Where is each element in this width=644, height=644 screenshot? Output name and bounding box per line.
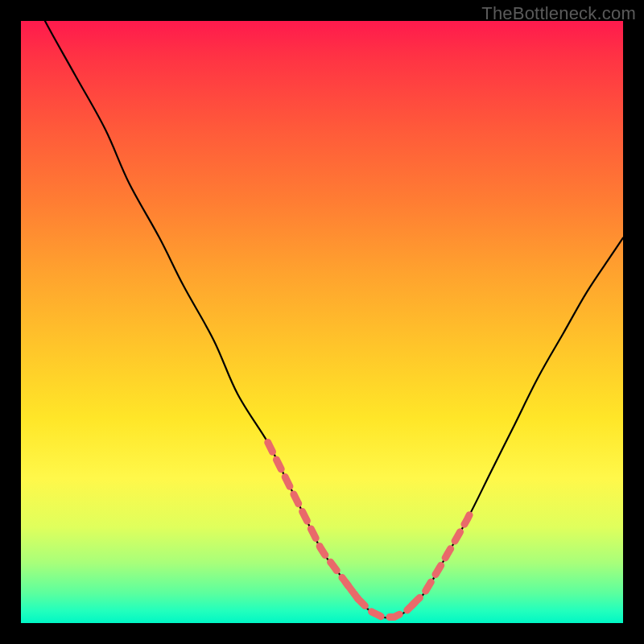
bottleneck-curve-path <box>21 0 623 618</box>
chart-frame: TheBottleneck.com <box>0 0 644 644</box>
dash-segment-right <box>412 509 473 605</box>
chart-svg <box>21 21 623 623</box>
chart-plot-area <box>21 21 623 623</box>
dash-segment-left <box>268 443 358 600</box>
watermark-label: TheBottleneck.com <box>481 3 636 24</box>
dash-segment-floor <box>346 583 419 617</box>
